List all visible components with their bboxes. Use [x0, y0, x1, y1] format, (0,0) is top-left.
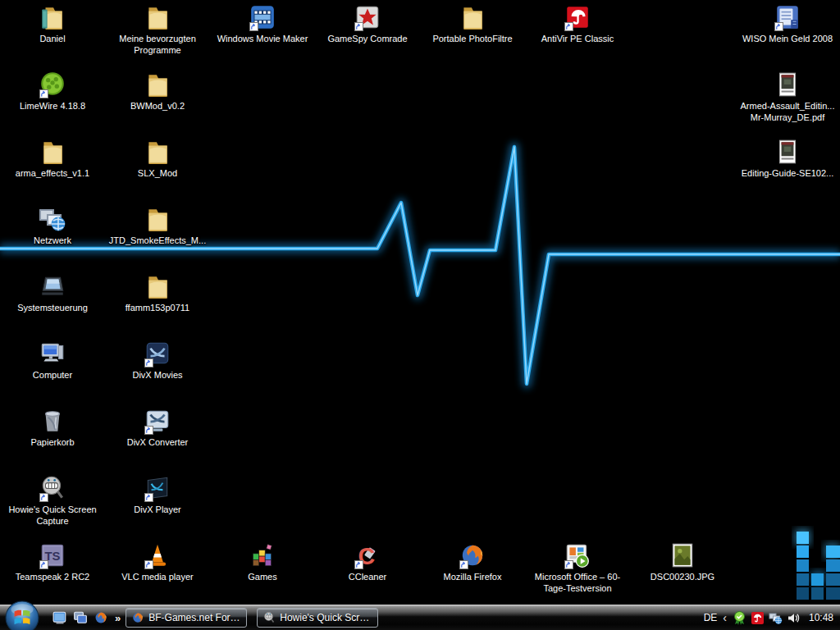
- desktop-icon-divx-converter[interactable]: DivX Converter: [107, 407, 208, 449]
- user-folder-icon: [39, 3, 66, 31]
- pdf-doc-icon: [774, 138, 801, 166]
- folder-icon: [459, 3, 486, 31]
- desktop-icon-label: CCleaner: [317, 572, 418, 583]
- desktop-icon-label: GameSpy Comrade: [317, 34, 418, 45]
- network-icon: [39, 205, 66, 233]
- quick-launch-show-desktop-icon[interactable]: [52, 610, 67, 625]
- shortcut-arrow-icon: [144, 560, 153, 569]
- desktop-icon-wiso-mein-geld-2008[interactable]: WISO Mein Geld 2008: [737, 3, 838, 45]
- office-icon: [564, 541, 591, 569]
- desktop-icon-arma-effects-v1-1[interactable]: arma_effects_v1.1: [2, 138, 103, 180]
- tray-network-icon[interactable]: [769, 611, 783, 625]
- taskbar-window-howie-s-quick-scree[interactable]: Howie's Quick Scree...: [257, 608, 378, 628]
- desktop-icon-computer[interactable]: Computer: [2, 340, 103, 381]
- desktop-icon-microsoft-office-60-tage-testversion[interactable]: Microsoft Office – 60-Tage-Testversion: [527, 541, 628, 595]
- start-button[interactable]: [5, 600, 39, 630]
- teamspeak-icon: TS: [39, 541, 66, 569]
- recycle-bin-icon: [39, 407, 66, 435]
- taskbar-window-label: BF-Games.net Foru...: [148, 612, 241, 623]
- desktop-icon-label: JTD_SmokeEffects_M...: [107, 235, 208, 247]
- desktop-icon-teamspeak-2-rc2[interactable]: TS Teamspeak 2 RC2: [2, 541, 103, 583]
- desktop-icon-label: Games: [212, 572, 313, 583]
- language-indicator[interactable]: DE: [704, 612, 718, 623]
- desktop-icon-divx-player[interactable]: DivX Player: [107, 474, 208, 516]
- folder-icon: [144, 205, 171, 233]
- taskbar-window-label: Howie's Quick Scree...: [280, 612, 372, 623]
- desktop-icon-meine-bevorzugten-programme[interactable]: Meine bevorzugten Programme: [107, 3, 208, 57]
- desktop-icon-dsc00230-jpg[interactable]: DSC00230.JPG: [632, 541, 733, 583]
- folder-icon: [39, 138, 66, 166]
- shortcut-arrow-icon: [564, 22, 573, 31]
- tray-security-badge-icon[interactable]: [733, 611, 746, 625]
- desktop-icon-windows-movie-maker[interactable]: Windows Movie Maker: [212, 3, 313, 45]
- desktop-icon-label: Armed-Assault_Editin... Mr-Murray_DE.pdf: [737, 101, 838, 124]
- desktop-icon-ffamm153p0711[interactable]: ffamm153p0711: [107, 272, 208, 314]
- shortcut-arrow-icon: [144, 358, 153, 368]
- divx-player-icon: [144, 474, 171, 502]
- shortcut-arrow-icon: [354, 22, 363, 31]
- photo-icon: [669, 541, 696, 569]
- quick-launch-bar: [52, 610, 108, 625]
- firefox-icon: [131, 611, 144, 624]
- shortcut-arrow-icon: [39, 89, 48, 98]
- control-panel-icon: [39, 272, 66, 300]
- desktop-icon-bwmod-v0-2[interactable]: BWMod_v0.2: [107, 71, 208, 112]
- shortcut-arrow-icon: [774, 22, 783, 31]
- desktop-icon-games[interactable]: Games: [212, 541, 313, 583]
- folder-icon: [144, 272, 171, 300]
- desktop-icon-portable-photofiltre[interactable]: Portable PhotoFiltre: [422, 3, 523, 45]
- desktop-icon-antivir-pe-classic[interactable]: AntiVir PE Classic: [527, 3, 628, 45]
- tray-avira-icon[interactable]: [751, 611, 765, 625]
- folder-icon: [144, 3, 171, 31]
- shortcut-arrow-icon: [144, 426, 153, 435]
- tray-volume-icon[interactable]: [787, 611, 801, 625]
- desktop-icon-label: SLX_Mod: [107, 168, 208, 180]
- games-icon: [249, 541, 276, 569]
- desktop-icon-label: BWMod_v0.2: [107, 101, 208, 112]
- desktop-icon-label: arma_effects_v1.1: [2, 168, 103, 180]
- desktop-icon-howie-s-quick-screen-capture[interactable]: Howie's Quick Screen Capture: [2, 474, 103, 527]
- shortcut-arrow-icon: [564, 560, 573, 569]
- quick-launch-overflow-chevron[interactable]: »: [115, 612, 121, 624]
- desktop-icon-slx-mod[interactable]: SLX_Mod: [107, 138, 208, 180]
- desktop-icon-label: Howie's Quick Screen Capture: [2, 504, 103, 527]
- desktop-icon-label: Papierkorb: [2, 437, 103, 449]
- desktop-icon-label: DivX Player: [107, 504, 208, 516]
- desktop-icon-vlc-media-player[interactable]: VLC media player: [107, 541, 208, 583]
- desktop: Daniel Meine bevorzugten Programme Windo…: [0, 0, 840, 630]
- taskbar: » BF-Games.net Foru... Howie's Quick Scr…: [0, 605, 840, 630]
- desktop-icon-mozilla-firefox[interactable]: Mozilla Firefox: [422, 541, 523, 583]
- desktop-icon-label: Teamspeak 2 RC2: [2, 572, 103, 583]
- desktop-icon-label: Mozilla Firefox: [422, 572, 523, 583]
- system-tray: DE ‹ 10:48: [704, 611, 840, 625]
- desktop-icon-editing-guide-se102[interactable]: Editing-Guide-SE102...: [737, 138, 838, 180]
- desktop-icon-gamespy-comrade[interactable]: GameSpy Comrade: [317, 3, 418, 45]
- desktop-icon-label: DivX Movies: [107, 370, 208, 381]
- divx-converter-icon: [144, 407, 171, 435]
- taskbar-window-bf-games-net-foru[interactable]: BF-Games.net Foru...: [126, 608, 247, 628]
- clock[interactable]: 10:48: [809, 612, 833, 623]
- firefox-icon: [459, 541, 486, 569]
- quick-launch-switch-windows-icon[interactable]: [73, 610, 88, 625]
- desktop-icon-label: Daniel: [2, 34, 103, 45]
- desktop-icon-jtd-smokeeffects-m[interactable]: JTD_SmokeEffects_M...: [107, 205, 208, 247]
- quick-launch-firefox-icon[interactable]: [94, 610, 108, 625]
- desktop-icon-netzwerk[interactable]: Netzwerk: [2, 205, 103, 247]
- folder-icon: [144, 71, 171, 98]
- desktop-icon-divx-movies[interactable]: DivX Movies: [107, 340, 208, 381]
- computer-icon: [39, 340, 66, 368]
- desktop-icon-papierkorb[interactable]: Papierkorb: [2, 407, 103, 449]
- desktop-icon-ccleaner[interactable]: C CCleaner: [317, 541, 418, 583]
- desktop-icon-label: Meine bevorzugten Programme: [107, 34, 208, 57]
- tray-icons: [733, 611, 801, 625]
- tray-collapse-chevron[interactable]: ‹: [723, 612, 727, 623]
- shortcut-arrow-icon: [249, 22, 258, 31]
- shortcut-arrow-icon: [39, 560, 48, 569]
- desktop-icon-limewire-4-18-8[interactable]: LimeWire 4.18.8: [2, 71, 103, 112]
- screen-capture-icon: [262, 611, 276, 624]
- desktop-icon-daniel[interactable]: Daniel: [2, 3, 103, 45]
- desktop-icon-systemsteuerung[interactable]: Systemsteuerung: [2, 272, 103, 314]
- desktop-icon-label: Portable PhotoFiltre: [422, 34, 523, 45]
- desktop-icon-armed-assault-editin-mr-murray-de-pdf[interactable]: Armed-Assault_Editin... Mr-Murray_DE.pdf: [737, 71, 838, 124]
- equalizer-graphic: [795, 529, 840, 600]
